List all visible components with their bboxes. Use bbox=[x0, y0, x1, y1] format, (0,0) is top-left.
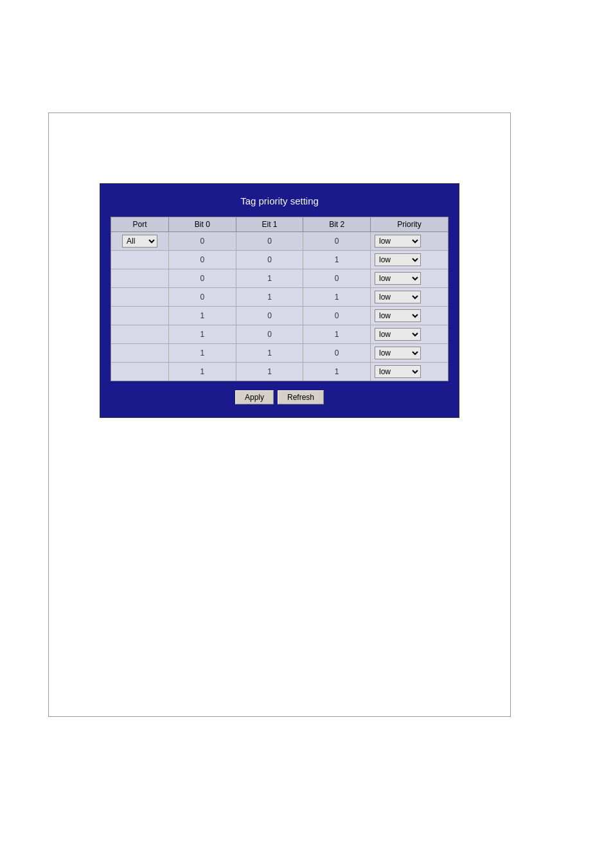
port-cell-6 bbox=[111, 325, 169, 343]
port-select[interactable]: All 123 456 78 bbox=[122, 235, 157, 248]
refresh-button[interactable]: Refresh bbox=[278, 390, 324, 404]
bit0-cell-8: 1 bbox=[169, 363, 236, 381]
priority-cell-5[interactable]: lownormalmediumhigh bbox=[371, 307, 448, 325]
port-cell-3 bbox=[111, 269, 169, 287]
priority-select-4[interactable]: lownormalmediumhigh bbox=[375, 291, 421, 303]
priority-select-7[interactable]: lownormalmediumhigh bbox=[375, 347, 421, 359]
bit1-cell-5: 0 bbox=[236, 307, 304, 325]
buttons-row: Apply Refresh bbox=[111, 390, 449, 404]
table-row: 1 1 0 lownormalmediumhigh bbox=[111, 344, 448, 363]
bit2-cell-3: 0 bbox=[303, 269, 371, 287]
priority-select-2[interactable]: lownormalmediumhigh bbox=[375, 253, 421, 266]
bit0-cell-4: 0 bbox=[169, 288, 236, 306]
port-cell-7 bbox=[111, 344, 169, 362]
bit2-cell-4: 1 bbox=[303, 288, 371, 306]
bit0-cell-1: 0 bbox=[169, 232, 236, 250]
bit0-cell-7: 1 bbox=[169, 344, 236, 362]
table-header: Port Bit 0 Eit 1 Bit 2 Priority bbox=[111, 217, 448, 232]
priority-select-6[interactable]: lownormalmediumhigh bbox=[375, 328, 421, 341]
bit2-cell-2: 1 bbox=[303, 251, 371, 269]
bit1-cell-7: 1 bbox=[236, 344, 304, 362]
bit0-cell-2: 0 bbox=[169, 251, 236, 269]
port-cell-4 bbox=[111, 288, 169, 306]
priority-cell-3[interactable]: lownormalmediumhigh bbox=[371, 269, 448, 287]
table-row: 1 0 1 lownormalmediumhigh bbox=[111, 325, 448, 344]
col-header-port: Port bbox=[111, 217, 169, 231]
bit2-cell-6: 1 bbox=[303, 325, 371, 343]
priority-select-3[interactable]: lownormalmediumhigh bbox=[375, 272, 421, 285]
col-header-bit1: Eit 1 bbox=[236, 217, 304, 231]
priority-select-8[interactable]: lownormalmediumhigh bbox=[375, 365, 421, 378]
bit0-cell-3: 0 bbox=[169, 269, 236, 287]
priority-cell-7[interactable]: lownormalmediumhigh bbox=[371, 344, 448, 362]
apply-button[interactable]: Apply bbox=[235, 390, 274, 404]
bit0-cell-5: 1 bbox=[169, 307, 236, 325]
bit2-cell-1: 0 bbox=[303, 232, 371, 250]
bit1-cell-3: 1 bbox=[236, 269, 304, 287]
priority-select-1[interactable]: lownormalmediumhigh bbox=[375, 235, 421, 248]
table-row: 1 0 0 lownormalmediumhigh bbox=[111, 307, 448, 325]
table-row: All 123 456 78 0 0 0 lownormalmediumhigh bbox=[111, 232, 448, 251]
table-row: 1 1 1 lownormalmediumhigh bbox=[111, 363, 448, 381]
panel-title: Tag priority setting bbox=[111, 195, 449, 206]
priority-select-5[interactable]: lownormalmediumhigh bbox=[375, 309, 421, 322]
col-header-bit2: Bit 2 bbox=[303, 217, 371, 231]
bit1-cell-4: 1 bbox=[236, 288, 304, 306]
table-row: 0 1 1 lownormalmediumhigh bbox=[111, 288, 448, 307]
tag-priority-panel: Tag priority setting Port Bit 0 Eit 1 Bi… bbox=[100, 183, 459, 418]
port-cell-8 bbox=[111, 363, 169, 381]
bit1-cell-2: 0 bbox=[236, 251, 304, 269]
bit2-cell-8: 1 bbox=[303, 363, 371, 381]
priority-cell-2[interactable]: lownormalmediumhigh bbox=[371, 251, 448, 269]
priority-cell-8[interactable]: lownormalmediumhigh bbox=[371, 363, 448, 381]
priority-table: Port Bit 0 Eit 1 Bit 2 Priority All 123 … bbox=[111, 217, 449, 381]
bit0-cell-6: 1 bbox=[169, 325, 236, 343]
bit2-cell-5: 0 bbox=[303, 307, 371, 325]
col-header-bit0: Bit 0 bbox=[169, 217, 236, 231]
port-cell-5 bbox=[111, 307, 169, 325]
bit1-cell-8: 1 bbox=[236, 363, 304, 381]
table-row: 0 1 0 lownormalmediumhigh bbox=[111, 269, 448, 288]
port-cell[interactable]: All 123 456 78 bbox=[111, 232, 169, 250]
priority-cell-4[interactable]: lownormalmediumhigh bbox=[371, 288, 448, 306]
bit1-cell-6: 0 bbox=[236, 325, 304, 343]
priority-cell-6[interactable]: lownormalmediumhigh bbox=[371, 325, 448, 343]
priority-cell-1[interactable]: lownormalmediumhigh bbox=[371, 232, 448, 250]
port-cell-2 bbox=[111, 251, 169, 269]
col-header-priority: Priority bbox=[371, 217, 448, 231]
table-row: 0 0 1 lownormalmediumhigh bbox=[111, 251, 448, 269]
bit1-cell-1: 0 bbox=[236, 232, 304, 250]
bit2-cell-7: 0 bbox=[303, 344, 371, 362]
